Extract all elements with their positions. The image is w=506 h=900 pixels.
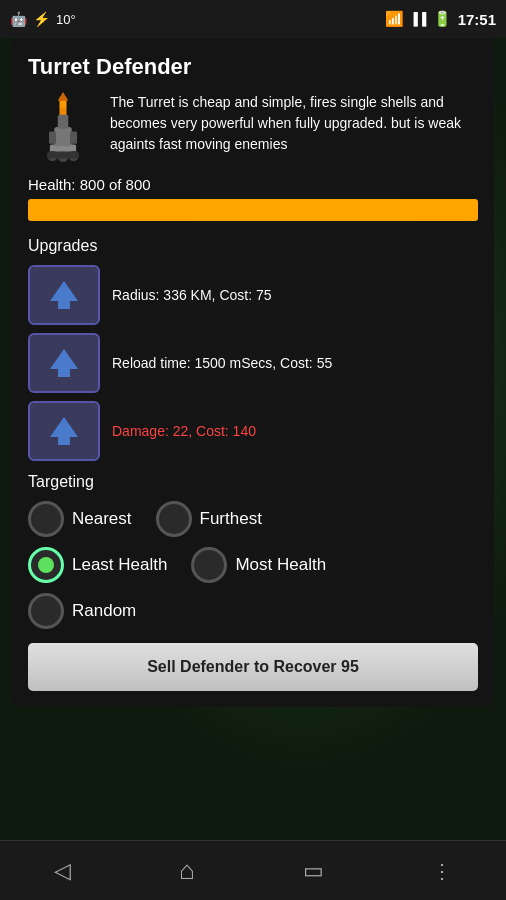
recents-button[interactable]: ▭ <box>303 858 324 884</box>
signal-icon: ▐▐ <box>410 12 427 26</box>
targeting-random[interactable]: Random <box>28 593 136 629</box>
temperature: 10° <box>56 12 76 27</box>
targeting-label: Targeting <box>28 473 478 491</box>
furthest-label: Furthest <box>200 509 262 529</box>
radio-random[interactable] <box>28 593 64 629</box>
radio-inner-least-health <box>38 557 54 573</box>
upgrade-row-3: Damage: 22, Cost: 140 <box>28 401 478 461</box>
arrow-up-icon-2 <box>50 349 78 377</box>
upgrade-text-3: Damage: 22, Cost: 140 <box>112 423 256 439</box>
turret-description: The Turret is cheap and simple, fires si… <box>110 92 478 155</box>
menu-button[interactable]: ⋮ <box>432 859 452 883</box>
upgrades-label: Upgrades <box>28 237 478 255</box>
turret-panel: Turret Defender <box>12 38 494 707</box>
upgrade-btn-radius[interactable] <box>28 265 100 325</box>
targeting-row-3: Random <box>28 593 478 629</box>
random-label: Random <box>72 601 136 621</box>
home-button[interactable]: ⌂ <box>179 855 195 886</box>
health-label: Health: 800 of 800 <box>28 176 478 193</box>
svg-rect-7 <box>70 131 77 143</box>
wifi-icon: 📶 <box>385 10 404 28</box>
info-row: The Turret is cheap and simple, fires si… <box>28 92 478 162</box>
targeting-row-1: Nearest Furthest <box>28 501 478 537</box>
targeting-nearest[interactable]: Nearest <box>28 501 132 537</box>
svg-rect-4 <box>58 115 69 129</box>
svg-rect-6 <box>49 131 56 143</box>
svg-rect-11 <box>47 152 79 159</box>
status-left: 🤖 ⚡ 10° <box>10 11 76 27</box>
health-bar <box>28 199 478 221</box>
status-bar: 🤖 ⚡ 10° 📶 ▐▐ 🔋 17:51 <box>0 0 506 38</box>
back-button[interactable]: ◁ <box>54 858 71 884</box>
upgrade-row-2: Reload time: 1500 mSecs, Cost: 55 <box>28 333 478 393</box>
turret-svg <box>33 92 93 162</box>
radio-nearest[interactable] <box>28 501 64 537</box>
nearest-label: Nearest <box>72 509 132 529</box>
upgrade-row-1: Radius: 336 KM, Cost: 75 <box>28 265 478 325</box>
time-display: 17:51 <box>458 11 496 28</box>
battery-icon: 🔋 <box>433 10 452 28</box>
most-health-label: Most Health <box>235 555 326 575</box>
radio-most-health[interactable] <box>191 547 227 583</box>
upgrade-text-1: Radius: 336 KM, Cost: 75 <box>112 287 272 303</box>
upgrade-btn-reload[interactable] <box>28 333 100 393</box>
nav-bar: ◁ ⌂ ▭ ⋮ <box>0 840 506 900</box>
targeting-row-2: Least Health Most Health <box>28 547 478 583</box>
arrow-up-icon-3 <box>50 417 78 445</box>
svg-rect-1 <box>54 127 72 146</box>
least-health-label: Least Health <box>72 555 167 575</box>
targeting-furthest[interactable]: Furthest <box>156 501 262 537</box>
radio-least-health[interactable] <box>28 547 64 583</box>
android-icon: 🤖 <box>10 11 27 27</box>
svg-marker-5 <box>58 92 69 101</box>
radio-furthest[interactable] <box>156 501 192 537</box>
usb-icon: ⚡ <box>33 11 50 27</box>
sell-button[interactable]: Sell Defender to Recover 95 <box>28 643 478 691</box>
upgrade-btn-damage[interactable] <box>28 401 100 461</box>
targeting-most-health[interactable]: Most Health <box>191 547 326 583</box>
upgrade-text-2: Reload time: 1500 mSecs, Cost: 55 <box>112 355 332 371</box>
arrow-up-icon-1 <box>50 281 78 309</box>
targeting-least-health[interactable]: Least Health <box>28 547 167 583</box>
status-right: 📶 ▐▐ 🔋 17:51 <box>385 10 496 28</box>
turret-icon <box>28 92 98 162</box>
panel-title: Turret Defender <box>28 54 478 80</box>
